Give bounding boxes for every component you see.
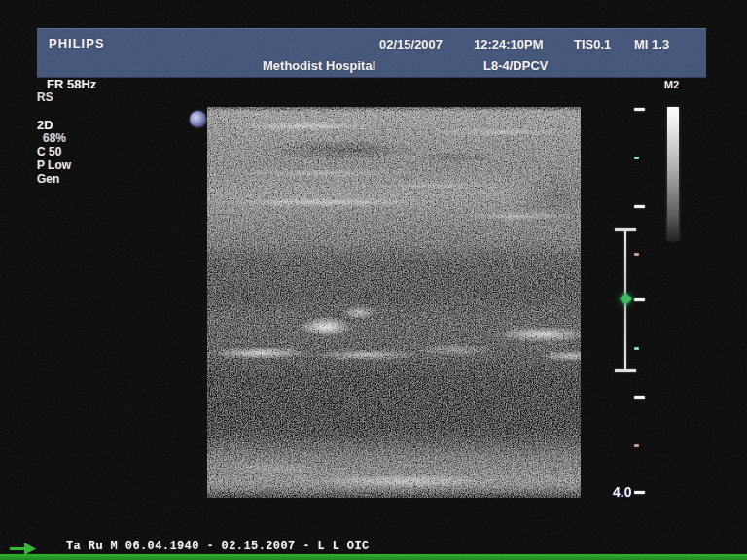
frame-rate-label: FR 58Hz [47,77,96,91]
depth-tick [634,253,639,256]
ultrasound-image [207,107,581,498]
exam-time: 12:24:10PM [474,37,544,52]
patient-info-text: Ta Ru M 06.04.1940 - 02.15.2007 - L L OI… [66,540,370,553]
mode-label: 2D [37,118,53,132]
depth-tick [634,205,645,208]
depth-ruler [634,0,646,560]
grayscale-map-label: M2 [664,79,679,90]
depth-tick [634,491,645,494]
depth-tick [634,108,645,111]
res-speed-label: RS [37,90,53,104]
gain-label: 68% [43,131,66,145]
preset-label: Gen [37,172,59,186]
depth-tick [634,347,639,350]
exam-date: 02/15/2007 [379,37,443,52]
facility-name: Methodist Hospital [263,58,375,73]
transducer-preset: L8-4/DPCV [483,58,548,73]
depth-tick [634,444,639,447]
focal-zone-marker-icon [620,293,632,305]
bottom-green-bar [0,554,747,560]
persistence-label: P Low [37,158,71,172]
compression-label: C 50 [37,145,61,158]
tis-value: TIS0.1 [574,37,611,52]
top-banner: PHILIPS 02/15/2007 12:24:10PM TIS0.1 MI … [37,28,706,78]
depth-tick [634,157,639,159]
grayscale-bar [667,107,679,240]
ultrasound-screen: PHILIPS 02/15/2007 12:24:10PM TIS0.1 MI … [0,0,747,560]
depth-value: 4.0 [613,484,631,500]
orientation-marker-icon [190,111,206,127]
depth-tick [634,298,645,301]
focal-zone-cap-top [615,228,636,231]
focal-zone-cap-bottom [615,369,636,372]
philips-logo: PHILIPS [49,36,105,51]
depth-tick [634,396,645,399]
speckle-noise-fine [207,107,581,498]
